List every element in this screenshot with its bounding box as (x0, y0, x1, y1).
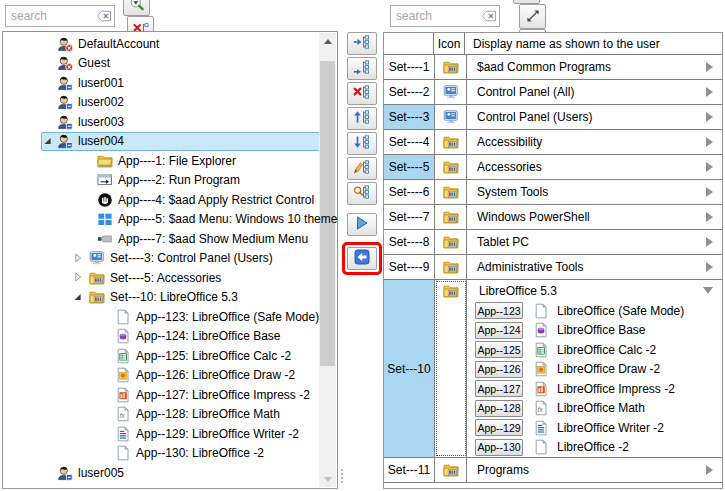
tree-item[interactable]: luser002 (3, 93, 337, 113)
set-icon-cell[interactable] (435, 105, 467, 129)
set-id-cell[interactable]: Set----2 (384, 80, 435, 104)
app-row[interactable]: App--123LibreOffice (Safe Mode) (467, 301, 722, 321)
set-name-cell[interactable]: Accessories (467, 155, 722, 179)
set-id-cell[interactable]: Set----6 (384, 180, 435, 204)
set-id-cell[interactable]: Set----1 (384, 55, 435, 79)
table-row[interactable]: Set----1$aad Common Programs (384, 55, 722, 80)
delete-node-button[interactable] (347, 82, 377, 105)
row-expand-arrow-icon[interactable] (706, 62, 713, 72)
table-row[interactable]: Set----8Tablet PC (384, 230, 722, 255)
clear-text-icon[interactable] (94, 8, 114, 24)
set-icon-cell[interactable] (435, 155, 467, 179)
row-expand-arrow-icon[interactable] (706, 465, 713, 475)
app-row[interactable]: App--124LibreOffice Base (467, 321, 722, 341)
set-icon-cell[interactable] (435, 205, 467, 229)
table-row[interactable]: Set----6System Tools (384, 180, 722, 205)
set-icon-cell[interactable] (435, 255, 467, 279)
set-id-cell[interactable]: Set----5 (384, 155, 435, 179)
app-id-button[interactable]: App--123 (475, 302, 523, 319)
row-expand-arrow-icon[interactable] (706, 137, 713, 147)
set-id-cell[interactable]: Set----9 (384, 255, 435, 279)
row-expand-arrow-icon[interactable] (706, 187, 713, 197)
set-name-cell[interactable]: Windows PowerShell (467, 205, 722, 229)
tree-scrollbar[interactable] (319, 33, 336, 487)
row-expand-arrow-icon[interactable] (706, 87, 713, 97)
set-search-input[interactable] (391, 9, 479, 23)
tree-item[interactable]: App--123: LibreOffice (Safe Mode) (3, 307, 337, 327)
set-icon-cell[interactable] (435, 55, 467, 79)
table-row[interactable]: Set----5Accessories (384, 155, 722, 180)
app-id-button[interactable]: App--127 (475, 380, 523, 397)
set-name-cell[interactable]: System Tools (467, 180, 722, 204)
set-name-cell[interactable]: Administrative Tools (467, 255, 722, 279)
table-row[interactable]: Set----2Control Panel (All) (384, 80, 722, 105)
tree-item[interactable]: Set---10: LibreOffice 5.3 (3, 288, 337, 308)
tree-item[interactable]: App--127: LibreOffice Impress -2 (3, 385, 337, 405)
row-expand-arrow-icon[interactable] (706, 262, 713, 272)
scroll-down-button[interactable] (319, 471, 336, 487)
app-id-button[interactable]: App--129 (475, 419, 523, 436)
row-expand-arrow-icon[interactable] (706, 162, 713, 172)
table-row[interactable]: Set----7Windows PowerShell (384, 205, 722, 230)
app-row[interactable]: App--129LibreOffice Writer -2 (467, 418, 722, 438)
table-row[interactable]: Set---11Programs (384, 458, 722, 483)
find-node-button[interactable] (347, 182, 377, 205)
tree-item[interactable]: App----1: File Explorer (3, 151, 337, 171)
set-icon-cell[interactable] (435, 280, 467, 457)
tree-item[interactable]: App----5: $aad Menu: Windows 10 theme (3, 210, 337, 230)
tree-item[interactable]: App--126: LibreOffice Draw -2 (3, 366, 337, 386)
set-id-cell[interactable]: Set----7 (384, 205, 435, 229)
set-name-cell[interactable]: Accessibility (467, 130, 722, 154)
tree-item[interactable]: Set----3: Control Panel (Users) (3, 249, 337, 269)
table-row[interactable]: Set----4Accessibility (384, 130, 722, 155)
expand-collapse-button[interactable] (519, 4, 546, 29)
app-row[interactable]: App--130LibreOffice -2 (467, 438, 722, 458)
expander-icon[interactable] (71, 290, 85, 304)
user-search-input[interactable] (6, 9, 94, 23)
set-id-cell[interactable]: Set---11 (384, 458, 435, 482)
app-id-button[interactable]: App--126 (475, 361, 523, 378)
splitter-grip[interactable] (340, 469, 344, 487)
app-id-button[interactable]: App--128 (475, 400, 523, 417)
set-icon-cell[interactable] (435, 458, 467, 482)
find-next-button[interactable] (123, 0, 150, 16)
set-name-cell[interactable]: Control Panel (All) (467, 80, 722, 104)
set-id-cell[interactable]: Set----4 (384, 130, 435, 154)
table-row[interactable]: Set----9Administrative Tools (384, 255, 722, 280)
tree-item[interactable]: App----2: Run Program (3, 171, 337, 191)
set-id-cell[interactable]: Set----3 (384, 105, 435, 129)
tree-item[interactable]: fxApp--128: LibreOffice Math (3, 405, 337, 425)
table-row[interactable]: Set----3Control Panel (Users) (384, 105, 722, 130)
app-id-button[interactable]: App--130 (475, 439, 523, 456)
find-next-button[interactable] (513, 0, 540, 4)
tree-item[interactable]: luser005 (3, 463, 337, 483)
set-icon-cell[interactable] (435, 180, 467, 204)
tree-item[interactable]: App--130: LibreOffice -2 (3, 444, 337, 464)
row-expand-arrow-icon[interactable] (706, 212, 713, 222)
assign-left-button[interactable] (347, 247, 377, 270)
set-icon-cell[interactable] (435, 130, 467, 154)
set-name-cell[interactable]: $aad Common Programs (467, 55, 722, 79)
tree-item[interactable]: Guest (3, 54, 337, 74)
expander-icon[interactable] (71, 251, 85, 265)
set-id-cell[interactable]: Set---10 (384, 280, 435, 457)
app-row[interactable]: App--128fxLibreOffice Math (467, 399, 722, 419)
scroll-up-button[interactable] (319, 33, 336, 49)
row-expand-arrow-icon[interactable] (706, 237, 713, 247)
edit-node-button[interactable] (347, 157, 377, 180)
tree-item[interactable]: luser001 (3, 73, 337, 93)
tree-item[interactable]: luser004 (3, 132, 337, 152)
tree-item[interactable]: Set----5: Accessories (3, 268, 337, 288)
expander-icon[interactable] (71, 270, 85, 284)
clear-text-icon[interactable] (479, 8, 499, 24)
app-row[interactable]: App--125LibreOffice Calc -2 (467, 340, 722, 360)
app-id-button[interactable]: App--125 (475, 341, 523, 358)
app-row[interactable]: App--126LibreOffice Draw -2 (467, 360, 722, 380)
add-child-node-button[interactable] (347, 57, 377, 80)
tree-item[interactable]: App----7: $aad Show Medium Menu (3, 229, 337, 249)
set-id-cell[interactable]: Set----8 (384, 230, 435, 254)
app-id-button[interactable]: App--124 (475, 322, 523, 339)
set-name-cell[interactable]: Control Panel (Users) (467, 105, 722, 129)
row-collapse-arrow-icon[interactable] (703, 287, 713, 294)
tree-item[interactable]: luser003 (3, 112, 337, 132)
